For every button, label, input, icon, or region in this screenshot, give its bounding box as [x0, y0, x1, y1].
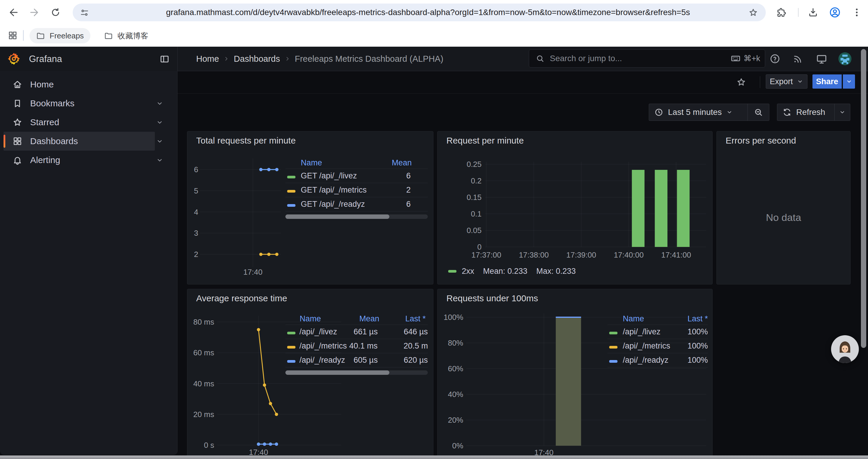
panel-request-per-minute[interactable]: Request per minute 0.250.20.150.10.05017… [437, 131, 713, 285]
legend-header[interactable]: NameLast * [608, 313, 708, 325]
chevron-down-icon [839, 109, 846, 116]
site-settings-icon[interactable] [80, 8, 89, 18]
series-color-dash [609, 346, 617, 349]
sidebar-item-alerting[interactable]: Alerting [4, 151, 174, 169]
favorite-dashboard-icon[interactable] [736, 77, 746, 87]
time-range-group: Last 5 minutes [649, 104, 769, 121]
panel-title[interactable]: Total requests per minute [196, 136, 296, 145]
horizontal-scrollbar[interactable] [0, 455, 868, 459]
chevron-down-icon[interactable] [156, 137, 164, 145]
p2-chart: 0.250.20.150.10.05017:37:0017:38:0017:39… [442, 154, 709, 269]
toolbar-divider [798, 8, 799, 17]
refresh-button[interactable]: Refresh [777, 104, 825, 121]
address-bar[interactable]: grafana.mathmast.com/d/deytv4rwavabkb/fr… [73, 4, 766, 21]
browser-menu-icon[interactable] [851, 7, 862, 18]
p2-legend[interactable]: 2xx Mean: 0.233 Max: 0.233 [448, 267, 576, 276]
series-color-dash [287, 360, 296, 363]
sidebar-item-home[interactable]: Home [4, 75, 174, 94]
breadcrumb-home[interactable]: Home [196, 54, 219, 64]
grafana-logo[interactable] [7, 52, 21, 66]
search-placeholder: Search or jump to... [550, 54, 622, 63]
legend-row[interactable]: /api/_/metrics40.1 ms20.5 ms [285, 339, 428, 353]
sidebar: Home Bookmarks Starred [0, 71, 178, 455]
downloads-icon[interactable] [808, 7, 818, 18]
url-text[interactable]: grafana.mathmast.com/d/deytv4rwavabkb/fr… [166, 4, 727, 21]
sidebar-item-bookmarks[interactable]: Bookmarks [4, 94, 174, 113]
browser-profile-icon[interactable] [829, 6, 841, 18]
p2-legend-dash [448, 270, 457, 273]
chevron-down-icon[interactable] [156, 119, 164, 126]
search-input[interactable]: Search or jump to... ⌘+k [529, 49, 765, 68]
panel-title[interactable]: Requests under 100ms [446, 293, 538, 303]
chevron-right-icon [223, 56, 229, 62]
sidebar-toggle-icon[interactable] [159, 54, 169, 64]
refresh-interval-button[interactable] [834, 104, 850, 121]
legend-row[interactable]: /api/_/livez661 µs646 µs [285, 325, 428, 339]
svg-text:17:40: 17:40 [243, 268, 262, 276]
svg-text:2: 2 [194, 250, 198, 259]
legend-header[interactable]: NameMean [285, 157, 428, 169]
floating-avatar[interactable] [831, 335, 859, 363]
panel-total-requests[interactable]: Total requests per minute 6543217:40 Nam… [187, 131, 433, 285]
svg-text:20%: 20% [448, 416, 463, 424]
panel-errors-per-second[interactable]: Errors per second No data [716, 131, 850, 285]
sidebar-item-label: Home [30, 79, 54, 90]
help-icon[interactable] [770, 54, 780, 64]
legend-row[interactable]: GET /api/_/metrics2 [285, 183, 428, 197]
svg-text:80 ms: 80 ms [193, 318, 214, 326]
user-avatar[interactable] [838, 52, 851, 65]
series-max: Max: 0.233 [536, 267, 576, 276]
legend-header[interactable]: NameMeanLast * [285, 313, 428, 325]
sidebar-item-label: Bookmarks [30, 98, 74, 108]
p1-legend: NameMeanGET /api/_/livez6GET /api/_/metr… [285, 157, 428, 219]
browser-back-icon[interactable] [8, 7, 19, 18]
panel-title[interactable]: Errors per second [725, 136, 796, 145]
legend-scrollbar[interactable] [285, 370, 428, 375]
legend-row[interactable]: /api/_/readyz100% [608, 353, 708, 367]
panel-average-response-time[interactable]: Average response time 80 ms60 ms40 ms20 … [187, 289, 433, 459]
brand-title: Grafana [29, 54, 62, 64]
news-icon[interactable] [793, 54, 803, 64]
bookmark-star-icon[interactable] [748, 8, 758, 18]
legend-scrollbar[interactable] [285, 215, 428, 219]
series-color-dash [609, 332, 617, 334]
legend-row[interactable]: GET /api/_/livez6 [285, 169, 428, 183]
browser-forward-icon[interactable] [29, 7, 39, 18]
panel-title[interactable]: Average response time [196, 293, 287, 303]
chevron-down-icon[interactable] [156, 100, 164, 107]
panel-title[interactable]: Request per minute [446, 136, 524, 145]
time-range-picker[interactable]: Last 5 minutes [668, 107, 722, 117]
share-menu-button[interactable] [843, 74, 855, 89]
svg-text:100%: 100% [444, 313, 464, 322]
sidebar-item-dashboards[interactable]: Dashboards [4, 132, 174, 151]
series-name: 2xx [462, 267, 474, 276]
refresh-group: Refresh [777, 104, 850, 121]
bookmark-label: Freeleaps [50, 31, 84, 40]
sidebar-item-label: Alerting [30, 155, 60, 165]
panel-requests-under-100ms[interactable]: Requests under 100ms 100%80%60%40%20%0%1… [437, 289, 713, 459]
sidebar-item-starred[interactable]: Starred [4, 113, 174, 132]
series-color-dash [609, 360, 617, 363]
legend-row[interactable]: /api/_/metrics100% [608, 339, 708, 353]
legend-row[interactable]: /api/_/readyz605 µs620 µs [285, 353, 428, 367]
legend-row[interactable]: GET /api/_/readyz6 [285, 197, 428, 211]
svg-text:0.2: 0.2 [471, 176, 482, 185]
kiosk-mode-icon[interactable] [816, 54, 827, 65]
extensions-icon[interactable] [776, 7, 786, 18]
subheader-divider [760, 76, 760, 88]
chevron-down-icon [797, 78, 804, 85]
svg-text:17:38:00: 17:38:00 [519, 251, 549, 259]
apps-grid-icon[interactable] [8, 30, 18, 40]
browser-reload-icon[interactable] [50, 7, 61, 18]
share-button[interactable]: Share [812, 74, 842, 89]
export-button[interactable]: Export [766, 74, 807, 89]
svg-text:60 ms: 60 ms [193, 348, 214, 357]
legend-row[interactable]: /api/_/livez100% [608, 325, 708, 339]
bookmark-folder-freeleaps[interactable]: Freeleaps [30, 28, 90, 43]
series-color-dash [287, 190, 296, 193]
zoom-out-button[interactable] [747, 104, 769, 121]
vertical-scrollbar[interactable] [861, 49, 866, 348]
bookmark-folder-blogs[interactable]: 收藏博客 [97, 28, 155, 43]
breadcrumb-dashboards[interactable]: Dashboards [234, 54, 280, 64]
chevron-down-icon[interactable] [156, 156, 164, 164]
